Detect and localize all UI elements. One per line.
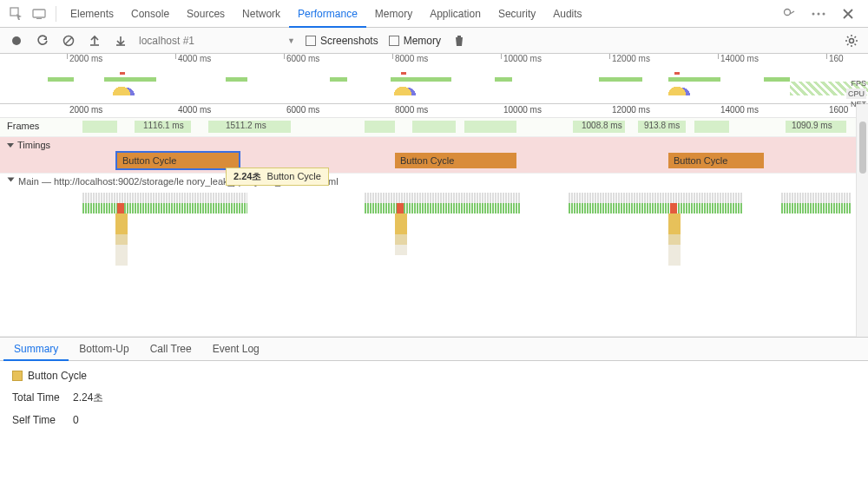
total-time-label: Total Time	[12, 391, 73, 404]
tab-audits[interactable]: Audits	[544, 0, 590, 28]
timing-tooltip: 2.24초 Button Cycle	[226, 167, 329, 186]
overview-tick: 2000 ms	[69, 54, 102, 63]
overview-ruler: 2000 ms 4000 ms 6000 ms 8000 ms 10000 ms…	[0, 54, 868, 66]
summary-title: Button Cycle	[12, 370, 856, 382]
overview-tick: 8000 ms	[395, 54, 428, 63]
tab-sources[interactable]: Sources	[178, 0, 233, 28]
svg-point-4	[812, 12, 815, 15]
memory-label: Memory	[404, 35, 441, 47]
legend-swatch	[12, 371, 23, 381]
recording-name: localhost #1	[139, 35, 194, 47]
inspect-icon[interactable]	[9, 6, 24, 22]
overview-tick: 12000 ms	[612, 54, 650, 63]
detail-tab-calltree[interactable]: Call Tree	[140, 337, 202, 361]
timing-entry[interactable]: Button Cycle	[117, 153, 239, 168]
device-icon[interactable]	[31, 6, 47, 22]
svg-point-6	[823, 12, 825, 15]
summary-panel: Button Cycle Total Time2.24초 Self Time0	[0, 361, 868, 435]
screenshots-checkbox[interactable]: Screenshots	[306, 35, 378, 47]
memory-checkbox[interactable]: Memory	[389, 35, 441, 47]
overview-tick: 10000 ms	[503, 54, 542, 63]
frame-duration: 1511.2 ms	[226, 121, 266, 130]
screenshots-label: Screenshots	[320, 35, 378, 47]
tab-performance[interactable]: Performance	[289, 0, 366, 28]
more-icon[interactable]	[811, 6, 826, 22]
clear-button[interactable]	[61, 33, 76, 49]
lane-timings[interactable]: Timings Button Cycle Button Cycle Button…	[0, 137, 868, 174]
dropdown-icon: ▼	[287, 36, 295, 45]
load-button[interactable]	[87, 33, 102, 49]
tab-console[interactable]: Console	[122, 0, 178, 28]
lane-main[interactable]: Main — http://localhost:9002/storage/le …	[0, 174, 868, 337]
total-time-value: 2.24초	[73, 391, 103, 404]
flamechart-area[interactable]: 2000 ms 4000 ms 6000 ms 8000 ms 10000 ms…	[0, 104, 868, 337]
frame-duration: 1090.9 ms	[792, 121, 832, 130]
performance-toolbar: localhost #1 ▼ Screenshots Memory	[0, 28, 868, 54]
recording-selector[interactable]: localhost #1 ▼	[139, 35, 295, 47]
frame-duration: 1116.1 ms	[143, 121, 184, 130]
tab-application[interactable]: Application	[421, 0, 490, 28]
overview-tick: 14000 ms	[720, 54, 759, 63]
overview-tick: 6000 ms	[286, 54, 319, 63]
vertical-scrollbar[interactable]	[856, 104, 868, 337]
devtools-tabbar: Elements Console Sources Network Perform…	[0, 0, 868, 28]
detail-tabs: Summary Bottom-Up Call Tree Event Log	[0, 337, 868, 361]
svg-point-7	[12, 36, 21, 45]
timing-entry[interactable]: Button Cycle	[668, 153, 764, 168]
overview-tick: 4000 ms	[178, 54, 211, 63]
overview-graph: FPS CPU NET	[0, 66, 868, 104]
overview-tick: 160	[829, 54, 844, 63]
self-time-value: 0	[73, 414, 79, 426]
svg-point-3	[785, 9, 791, 15]
feedback-icon[interactable]	[781, 6, 797, 22]
reload-record-button[interactable]	[35, 33, 50, 49]
svg-point-10	[850, 38, 854, 43]
gc-button[interactable]	[451, 33, 467, 49]
tab-network[interactable]: Network	[233, 0, 289, 28]
frame-duration: 1008.8 ms	[582, 121, 622, 130]
svg-rect-1	[33, 10, 45, 17]
close-icon[interactable]	[840, 6, 856, 22]
record-button[interactable]	[9, 33, 24, 49]
svg-rect-2	[36, 18, 42, 19]
lane-label-frames: Frames	[7, 121, 39, 131]
frame-duration: 913.8 ms	[644, 121, 680, 130]
detail-tab-eventlog[interactable]: Event Log	[202, 337, 270, 361]
tab-memory[interactable]: Memory	[366, 0, 421, 28]
tab-security[interactable]: Security	[490, 0, 544, 28]
lane-label-timings: Timings	[7, 140, 50, 150]
self-time-label: Self Time	[12, 414, 73, 426]
save-button[interactable]	[113, 33, 128, 49]
overview-strip[interactable]: 2000 ms 4000 ms 6000 ms 8000 ms 10000 ms…	[0, 54, 868, 104]
settings-icon[interactable]	[844, 33, 859, 49]
lane-frames[interactable]: Frames 1116.1 ms 1511.2 ms 1008.8 ms 913…	[0, 118, 868, 137]
separator	[56, 6, 56, 22]
timeline-ruler: 2000 ms 4000 ms 6000 ms 8000 ms 10000 ms…	[0, 104, 868, 118]
timing-entry[interactable]: Button Cycle	[395, 153, 516, 168]
detail-tab-summary[interactable]: Summary	[3, 337, 69, 361]
tab-elements[interactable]: Elements	[62, 0, 122, 28]
svg-point-5	[818, 12, 820, 15]
detail-tab-bottomup[interactable]: Bottom-Up	[69, 337, 139, 361]
lane-label-main: Main — http://localhost:9002/storage/le …	[0, 174, 868, 189]
svg-rect-9	[457, 36, 461, 37]
